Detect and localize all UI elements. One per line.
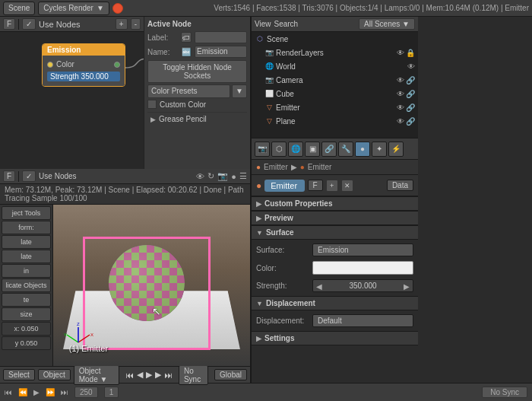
- world-props-icon[interactable]: 🌐: [288, 142, 303, 157]
- modifiers-props-icon[interactable]: 🔧: [338, 142, 353, 157]
- prev-keyframe-icon[interactable]: ⏮: [125, 371, 134, 380]
- strength-decrement-icon[interactable]: ◀: [316, 282, 322, 290]
- prev-frame-btn[interactable]: ⏪: [18, 388, 27, 396]
- delete-btn[interactable]: te: [2, 293, 51, 307]
- cube-link-icon[interactable]: 🔗: [406, 90, 415, 98]
- next-frame-icon[interactable]: ▶: [155, 370, 161, 380]
- viewport-f-btn[interactable]: F: [3, 170, 15, 182]
- displacement-section-header[interactable]: ▼ Displacement: [252, 296, 418, 310]
- select-btn[interactable]: Select: [3, 369, 35, 380]
- surface-value[interactable]: Emission: [312, 243, 413, 256]
- preview-section[interactable]: ▶ Preview: [252, 211, 418, 225]
- color-presets-dropdown[interactable]: ▼: [232, 84, 247, 98]
- node-zoom-in[interactable]: +: [116, 18, 128, 30]
- view-icon[interactable]: 👁: [196, 172, 204, 181]
- emitter-eye-icon[interactable]: 👁: [397, 103, 404, 112]
- emission-out-socket[interactable]: [114, 62, 120, 68]
- settings-section-header[interactable]: ▶ Settings: [252, 331, 418, 345]
- color-presets-btn[interactable]: Color Presets: [147, 84, 230, 98]
- name-icon[interactable]: 🔤: [181, 46, 192, 57]
- physics-props-icon[interactable]: ⚡: [388, 142, 404, 157]
- object-tools-btn[interactable]: ject Tools: [2, 206, 51, 220]
- play-icon[interactable]: ▶: [146, 370, 152, 380]
- node-zoom-out[interactable]: -: [131, 18, 141, 30]
- frame-number[interactable]: 250: [74, 387, 98, 398]
- plane-eye-icon[interactable]: 👁: [397, 117, 404, 126]
- all-scenes-dropdown[interactable]: All Scenes ▼: [359, 18, 415, 30]
- particles-props-icon[interactable]: ✦: [372, 142, 387, 157]
- label-icon[interactable]: 🏷: [181, 32, 192, 43]
- outliner-camera-item[interactable]: 📷 Camera 👁 🔗: [252, 73, 418, 87]
- toggle-hidden-sockets-btn[interactable]: Toggle Hidden Node Sockets: [147, 60, 247, 83]
- constraints-props-icon[interactable]: 🔗: [321, 142, 337, 157]
- scene-selector[interactable]: Scene: [3, 2, 35, 15]
- rotate-tool-btn[interactable]: late: [2, 250, 51, 263]
- use-nodes-toggle[interactable]: ✓: [22, 18, 36, 30]
- view-menu-btn[interactable]: View: [255, 20, 271, 28]
- strength-increment-icon[interactable]: ▶: [404, 282, 410, 290]
- camera-link-icon[interactable]: 🔗: [406, 76, 415, 84]
- outliner-world-item[interactable]: 🌐 World 👁: [252, 59, 418, 73]
- frame-step[interactable]: 1: [104, 387, 119, 398]
- cube-eye-icon[interactable]: 👁: [397, 90, 404, 98]
- render-props-icon[interactable]: 📷: [255, 142, 270, 157]
- scale-btn[interactable]: in: [2, 264, 51, 278]
- data-tab-btn[interactable]: Data: [387, 180, 413, 191]
- transform-btn[interactable]: form:: [2, 221, 51, 234]
- object-props-icon[interactable]: ▣: [305, 142, 320, 157]
- next-keyframe-icon[interactable]: ⏭: [164, 371, 173, 380]
- breadcrumb-emitter-1[interactable]: Emitter: [264, 163, 288, 171]
- color-swatch[interactable]: [312, 261, 413, 275]
- node-editor-f-btn[interactable]: F: [3, 18, 15, 30]
- outliner-plane-item[interactable]: ▽ Plane 👁 🔗: [252, 114, 418, 128]
- node-canvas[interactable]: F ✓ Use Nodes + - Emission Color: [0, 17, 144, 169]
- custom-color-checkbox[interactable]: [147, 100, 157, 109]
- resize-btn[interactable]: size: [2, 307, 51, 321]
- next-keyframe-btn[interactable]: ⏭: [61, 388, 68, 396]
- props-add-btn[interactable]: +: [326, 180, 338, 192]
- data-f-btn[interactable]: F: [308, 180, 323, 191]
- scene-props-icon[interactable]: ⬡: [271, 142, 287, 157]
- global-btn[interactable]: Global: [214, 369, 247, 380]
- emitter-badge[interactable]: Emitter: [264, 180, 304, 192]
- play-btn[interactable]: ▶: [33, 388, 40, 396]
- custom-properties-section[interactable]: ▶ Custom Properties: [252, 196, 418, 211]
- renderlayers-eye-icon[interactable]: 👁: [397, 49, 404, 57]
- name-input[interactable]: Emission: [195, 46, 247, 58]
- props-x-btn[interactable]: ✕: [341, 180, 353, 192]
- render-engine-selector[interactable]: Cycles Render ▼: [38, 2, 109, 15]
- rotate-icon[interactable]: ↻: [207, 171, 214, 181]
- use-nodes-toggle-2[interactable]: ✓: [22, 170, 36, 182]
- strength-value[interactable]: ◀ 350.000 ▶: [312, 279, 413, 292]
- material-icon[interactable]: ●: [231, 172, 236, 181]
- viewport-canvas[interactable]: (1) Emitter X Y Z ↖: [53, 205, 250, 366]
- translate-btn[interactable]: late: [2, 235, 51, 249]
- next-frame-btn[interactable]: ⏩: [46, 388, 55, 396]
- strength-value[interactable]: Strength 350.000: [47, 72, 120, 81]
- color-socket[interactable]: [47, 62, 53, 68]
- no-sync-status[interactable]: No Sync: [482, 387, 527, 398]
- label-input[interactable]: [195, 31, 247, 43]
- outliner-renderlayers-item[interactable]: 📷 RenderLayers 👁 🔒: [252, 46, 418, 59]
- outliner-emitter-item[interactable]: ▽ Emitter 👁 🔗: [252, 100, 418, 114]
- material-props-icon[interactable]: ●: [355, 142, 370, 157]
- duplicate-btn[interactable]: licate Objects: [2, 278, 51, 292]
- displacement-value[interactable]: Default: [312, 314, 413, 327]
- prev-frame-icon[interactable]: ◀: [137, 370, 143, 380]
- surface-section-header[interactable]: ▼ Surface: [252, 225, 418, 240]
- viewport-mode-icon[interactable]: ☰: [239, 171, 247, 181]
- emitter-link-icon[interactable]: 🔗: [406, 103, 415, 112]
- renderlayers-camera-icon[interactable]: 🔒: [406, 49, 415, 57]
- object-menu-btn[interactable]: Object: [38, 369, 71, 380]
- world-eye-icon[interactable]: 👁: [407, 62, 415, 71]
- breadcrumb-emitter-2[interactable]: Emitter: [308, 163, 332, 171]
- outliner-cube-item[interactable]: ⬜ Cube 👁 🔗: [252, 87, 418, 100]
- object-mode-btn[interactable]: Object Mode ▼: [74, 365, 119, 385]
- camera-eye-icon[interactable]: 👁: [397, 76, 404, 84]
- emission-node[interactable]: Emission Color Strength 350.000: [42, 43, 125, 87]
- search-menu-btn[interactable]: Search: [274, 20, 299, 28]
- prev-keyframe-btn[interactable]: ⏮: [5, 388, 12, 396]
- outliner-scene-item[interactable]: ⬡ Scene: [252, 32, 418, 46]
- plane-link-icon[interactable]: 🔗: [406, 117, 415, 126]
- camera-render-icon[interactable]: 📷: [217, 171, 228, 181]
